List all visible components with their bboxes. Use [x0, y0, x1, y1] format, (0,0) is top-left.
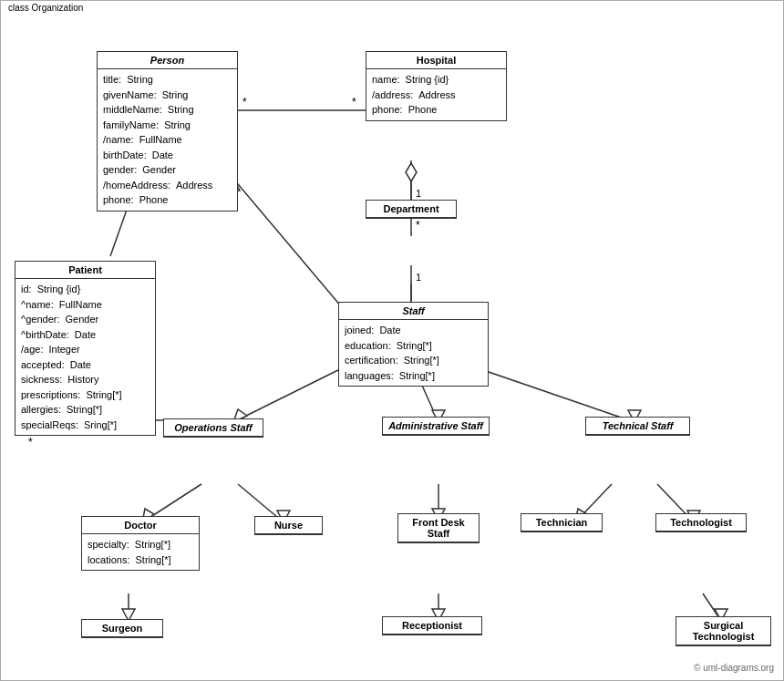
- class-person-title: Person: [98, 52, 237, 69]
- class-technician-title: Technician: [521, 514, 602, 531]
- class-hospital-title: Hospital: [366, 52, 506, 69]
- class-person-attrs: title:String givenName:String middleName…: [98, 69, 237, 211]
- class-doctor-title: Doctor: [82, 517, 199, 534]
- class-receptionist: Receptionist: [382, 616, 482, 635]
- class-staff-attrs: joined:Date education:String[*] certific…: [339, 320, 488, 386]
- class-technologist-title: Technologist: [656, 514, 746, 531]
- class-patient-title: Patient: [15, 262, 155, 279]
- class-technician: Technician: [521, 513, 603, 532]
- class-patient-attrs: id:String {id} ^name:FullName ^gender:Ge…: [15, 279, 155, 435]
- class-technologist: Technologist: [655, 513, 747, 532]
- svg-text:*: *: [352, 96, 356, 108]
- svg-text:*: *: [28, 436, 33, 449]
- class-operations-staff: Operations Staff: [163, 418, 263, 438]
- class-surgeon-title: Surgeon: [82, 620, 162, 637]
- class-surgical-technologist: Surgical Technologist: [676, 616, 771, 646]
- class-department: Department: [366, 200, 457, 219]
- svg-text:1: 1: [416, 272, 421, 283]
- class-patient: Patient id:String {id} ^name:FullName ^g…: [15, 261, 156, 436]
- class-staff-title: Staff: [339, 303, 488, 320]
- copyright: © uml-diagrams.org: [694, 663, 774, 673]
- class-receptionist-title: Receptionist: [383, 617, 481, 635]
- svg-text:*: *: [242, 96, 247, 108]
- class-department-title: Department: [366, 201, 456, 218]
- class-doctor-attrs: specialty:String[*] locations:String[*]: [82, 534, 199, 570]
- svg-marker-4: [406, 163, 417, 181]
- diagram-container: class Organization * * 1 * 1 *: [0, 0, 784, 681]
- class-surgical-technologist-title: Surgical Technologist: [676, 617, 770, 645]
- class-doctor: Doctor specialty:String[*] locations:Str…: [81, 516, 200, 571]
- class-technical-staff-title: Technical Staff: [586, 418, 689, 435]
- class-nurse: Nurse: [254, 516, 323, 535]
- class-staff: Staff joined:Date education:String[*] ce…: [338, 302, 489, 387]
- class-administrative-staff: Administrative Staff: [382, 417, 490, 436]
- class-person: Person title:String givenName:String mid…: [97, 51, 238, 212]
- svg-text:1: 1: [416, 188, 421, 199]
- class-hospital: Hospital name:String {id} /address:Addre…: [366, 51, 507, 121]
- class-front-desk-staff: Front Desk Staff: [397, 513, 480, 543]
- class-administrative-staff-title: Administrative Staff: [383, 418, 489, 435]
- svg-text:*: *: [416, 219, 420, 232]
- class-front-desk-staff-title: Front Desk Staff: [398, 514, 479, 542]
- class-operations-staff-title: Operations Staff: [164, 419, 263, 437]
- class-surgeon: Surgeon: [81, 619, 163, 638]
- class-technical-staff: Technical Staff: [585, 417, 690, 436]
- class-nurse-title: Nurse: [255, 517, 322, 534]
- class-hospital-attrs: name:String {id} /address:Address phone:…: [366, 69, 506, 120]
